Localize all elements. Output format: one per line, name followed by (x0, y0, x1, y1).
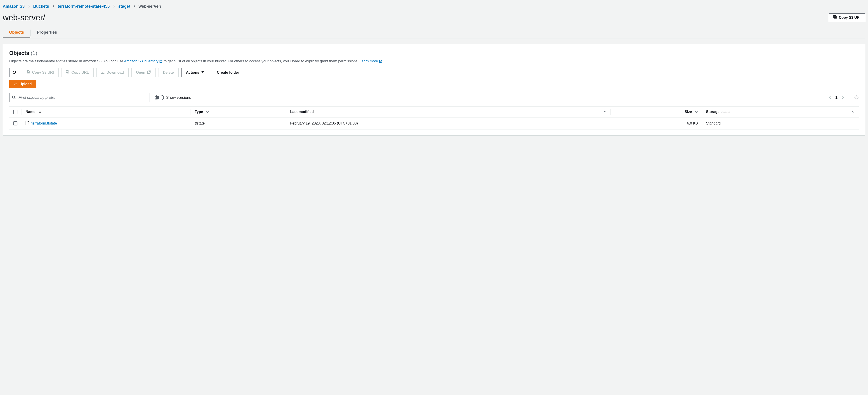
download-label: Download (106, 70, 124, 74)
copy-icon (66, 70, 70, 75)
breadcrumb-item-s3[interactable]: Amazon S3 (3, 4, 25, 9)
download-button[interactable]: Download (96, 68, 128, 77)
show-versions-label: Show versions (166, 95, 191, 100)
table-row: terraform.tfstate tfstate February 19, 2… (9, 117, 859, 129)
objects-table: Name Type Last modified (9, 106, 859, 130)
svg-rect-2 (28, 71, 30, 73)
toggle-knob (156, 96, 159, 99)
sort-icon (206, 110, 209, 114)
copy-s3-uri-label: Copy S3 URI (839, 15, 861, 20)
panel-description: Objects are the fundamental entities sto… (9, 59, 859, 64)
objects-panel: Objects (1) Objects are the fundamental … (3, 44, 865, 136)
svg-rect-1 (834, 15, 836, 18)
settings-button[interactable] (854, 95, 859, 100)
svg-rect-0 (834, 16, 836, 18)
col-type-label: Type (195, 110, 203, 114)
sort-asc-icon (39, 110, 41, 114)
copy-url-button[interactable]: Copy URL (61, 68, 94, 77)
chevron-right-icon (113, 4, 115, 9)
caret-down-icon (201, 70, 205, 75)
search-box (9, 93, 149, 102)
copy-icon (833, 15, 837, 20)
cell-last-modified: February 19, 2023, 02:12:35 (UTC+01:00) (286, 117, 611, 129)
tab-objects[interactable]: Objects (3, 27, 30, 38)
panel-title-text: Objects (9, 50, 29, 56)
search-icon (12, 96, 16, 100)
col-type[interactable]: Type (191, 107, 286, 118)
external-link-icon (159, 59, 162, 64)
actions-button[interactable]: Actions (181, 68, 210, 77)
page-title: web-server/ (3, 13, 45, 22)
breadcrumb: Amazon S3 Buckets terraform-remote-state… (3, 3, 865, 13)
search-input[interactable] (9, 93, 149, 102)
open-button[interactable]: Open (131, 68, 156, 77)
refresh-button[interactable] (9, 68, 19, 77)
upload-label: Upload (20, 82, 32, 86)
col-storage-class[interactable]: Storage class (702, 107, 859, 118)
breadcrumb-item-stage[interactable]: stage/ (118, 4, 130, 9)
svg-point-6 (12, 96, 15, 98)
col-size[interactable]: Size (611, 107, 702, 118)
learn-more-label: Learn more (360, 59, 378, 63)
copy-s3-uri-label: Copy S3 URI (32, 70, 54, 74)
breadcrumb-item-buckets[interactable]: Buckets (33, 4, 49, 9)
copy-s3-uri-button-header[interactable]: Copy S3 URI (829, 13, 865, 22)
show-versions-toggle[interactable] (155, 95, 164, 100)
copy-icon (27, 70, 30, 75)
page-number: 1 (835, 95, 837, 100)
col-size-label: Size (685, 110, 692, 114)
upload-button[interactable]: Upload (9, 80, 36, 88)
file-icon (26, 121, 29, 126)
sort-icon (604, 110, 607, 114)
external-link-icon (147, 70, 151, 75)
tab-properties[interactable]: Properties (31, 27, 63, 38)
delete-button[interactable]: Delete (158, 68, 179, 77)
pagination: 1 (829, 95, 844, 100)
col-last-modified[interactable]: Last modified (286, 107, 611, 118)
panel-count: (1) (31, 50, 37, 56)
chevron-right-icon (133, 4, 135, 9)
copy-s3-uri-button[interactable]: Copy S3 URI (22, 68, 59, 77)
select-all-checkbox[interactable] (13, 110, 18, 114)
actions-label: Actions (186, 70, 199, 74)
col-name-label: Name (26, 110, 35, 114)
download-icon (101, 70, 105, 75)
learn-more-link[interactable]: Learn more (360, 59, 382, 63)
svg-rect-5 (66, 70, 68, 72)
page-prev[interactable] (829, 95, 831, 100)
cell-storage-class: Standard (702, 117, 859, 129)
chevron-right-icon (28, 4, 30, 9)
panel-desc-mid: to get a list of all objects in your buc… (162, 59, 360, 63)
svg-rect-4 (67, 71, 69, 73)
tabs: Objects Properties (3, 27, 865, 38)
create-folder-label: Create folder (217, 70, 239, 74)
col-last-modified-label: Last modified (290, 110, 314, 114)
file-link[interactable]: terraform.tfstate (31, 121, 57, 125)
svg-point-7 (856, 97, 857, 98)
col-name[interactable]: Name (22, 107, 191, 118)
external-link-icon (379, 59, 382, 64)
delete-label: Delete (163, 70, 174, 74)
toolbar: Copy S3 URI Copy URL Download Open (9, 68, 859, 77)
svg-rect-3 (27, 70, 29, 72)
sort-icon (852, 110, 855, 114)
inventory-link-label: Amazon S3 inventory (124, 59, 158, 63)
refresh-icon (12, 70, 16, 75)
inventory-link[interactable]: Amazon S3 inventory (124, 59, 163, 63)
cell-size: 6.0 KB (611, 117, 702, 129)
page-next[interactable] (842, 95, 844, 100)
breadcrumb-current: web-server/ (138, 4, 161, 9)
upload-icon (14, 82, 18, 86)
chevron-right-icon (52, 4, 55, 9)
col-storage-class-label: Storage class (706, 110, 730, 114)
breadcrumb-item-bucket[interactable]: terraform-remote-state-456 (58, 4, 110, 9)
copy-url-label: Copy URL (71, 70, 89, 74)
cell-type: tfstate (191, 117, 286, 129)
row-checkbox[interactable] (13, 121, 18, 125)
open-label: Open (136, 70, 145, 74)
sort-icon (695, 110, 698, 114)
panel-desc-pre: Objects are the fundamental entities sto… (9, 59, 124, 63)
create-folder-button[interactable]: Create folder (212, 68, 244, 77)
